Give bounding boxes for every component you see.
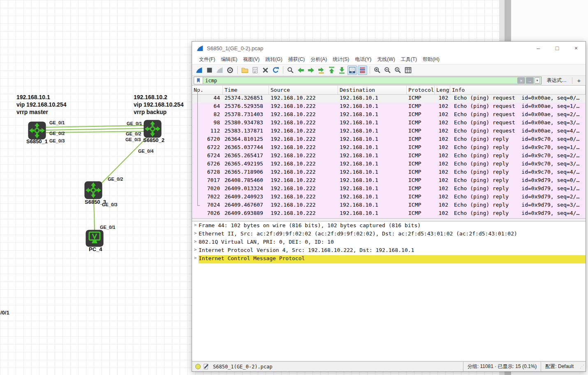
column-header-time[interactable]: Time: [223, 86, 269, 94]
colorize-button[interactable]: [358, 65, 367, 75]
auto-scroll-button[interactable]: [347, 65, 357, 75]
filter-input[interactable]: [203, 78, 517, 84]
save-file-button[interactable]: [250, 65, 260, 75]
filter-dropdown-button[interactable]: ▾: [535, 77, 540, 84]
device-s6850-3[interactable]: [84, 181, 102, 199]
menu-item-4[interactable]: 捕获(C): [285, 55, 308, 64]
expert-info-icon[interactable]: [195, 364, 201, 369]
column-header-protocol[interactable]: Protocol: [407, 86, 435, 94]
detail-row-2[interactable]: >802.1Q Virtual LAN, PRI: 0, DEI: 0, ID:…: [192, 239, 586, 247]
stop-capture-button[interactable]: [205, 65, 214, 75]
device-pc-4[interactable]: [86, 230, 104, 247]
packet-row-64[interactable]: 6425376.529358192.168.10.222192.168.10.1…: [192, 103, 586, 111]
pane-splitter[interactable]: [192, 218, 586, 221]
column-header-source[interactable]: Source: [269, 86, 338, 94]
resize-columns-button[interactable]: [403, 65, 413, 75]
go-to-bottom-button[interactable]: [337, 65, 347, 75]
packet-row-82[interactable]: 8225378.731403192.168.10.222192.168.10.1…: [192, 111, 586, 119]
capture-options-button[interactable]: [225, 65, 235, 75]
statusbar-profile[interactable]: 配置: Default: [541, 362, 578, 371]
zoom-out-button[interactable]: [383, 65, 392, 75]
go-to-packet-button[interactable]: [317, 65, 326, 75]
packet-row-98[interactable]: 9825380.934783192.168.10.222192.168.10.1…: [192, 119, 586, 128]
column-header-destination[interactable]: Destination: [338, 86, 407, 94]
cell-dst: 192.168.10.1: [338, 210, 407, 218]
filter-apply-button[interactable]: →: [526, 77, 534, 84]
menu-item-8[interactable]: 无线(W): [374, 55, 398, 64]
detail-text: 802.1Q Virtual LAN, PRI: 0, DEI: 0, ID: …: [199, 239, 586, 247]
filter-bookmark-button[interactable]: [194, 77, 203, 84]
find-packet-button[interactable]: [286, 65, 295, 75]
column-header-no[interactable]: No.: [192, 86, 223, 94]
packet-detail-pane: >Frame 44: 102 bytes on wire (816 bits),…: [192, 221, 586, 361]
resize-grip[interactable]: ⋰: [578, 364, 586, 369]
go-forward-button[interactable]: [306, 65, 316, 75]
switch-icon: [28, 121, 46, 140]
detail-row-1[interactable]: >Ethernet II, Src: ac:2f:d9:9f:02:02 (ac…: [192, 231, 586, 239]
column-header-info[interactable]: Info: [450, 86, 586, 94]
cell-proto: ICMP: [407, 119, 435, 128]
packet-row-6728[interactable]: 672826365.718906192.168.10.222192.168.10…: [192, 169, 586, 177]
detail-row-0[interactable]: >Frame 44: 102 bytes on wire (816 bits),…: [192, 222, 586, 231]
cell-proto: ICMP: [407, 185, 435, 193]
title-bar[interactable]: S6850_1(GE_0-2).pcap – □ ×: [192, 42, 586, 55]
zoom-in-button[interactable]: [373, 65, 382, 75]
menu-item-5[interactable]: 分析(A): [308, 55, 330, 64]
packet-row-112[interactable]: 11225383.137871192.168.10.222192.168.10.…: [192, 128, 586, 136]
filter-clear-button[interactable]: ×: [517, 77, 525, 84]
cell-dst: 192.168.10.1: [338, 177, 407, 185]
cell-dst: 192.168.10.1: [338, 111, 407, 119]
cell-proto: ICMP: [407, 177, 435, 185]
packet-row-6726[interactable]: 672626365.492195192.168.10.222192.168.10…: [192, 161, 586, 169]
detail-row-3[interactable]: >Internet Protocol Version 4, Src: 192.1…: [192, 247, 586, 255]
packet-list-header[interactable]: No. Time Source Destination Protocol Len…: [192, 86, 586, 95]
packet-row-7022[interactable]: 702226409.240923192.168.10.222192.168.10…: [192, 193, 586, 202]
capture-comment-icon[interactable]: [203, 363, 209, 370]
cell-no: 44: [192, 95, 223, 103]
expression-button[interactable]: 表达式…: [543, 77, 570, 84]
minimize-button[interactable]: –: [529, 42, 548, 55]
port-label: GE_0/3: [102, 202, 117, 207]
packet-row-6722[interactable]: 672226365.037744192.168.10.222192.168.10…: [192, 144, 586, 152]
packet-row-6724[interactable]: 672426365.265417192.168.10.222192.168.10…: [192, 152, 586, 161]
open-file-button[interactable]: [240, 65, 250, 75]
packet-row-7024[interactable]: 702426409.467607192.168.10.222192.168.10…: [192, 202, 586, 210]
reload-file-button[interactable]: [271, 65, 280, 75]
menu-item-3[interactable]: 跳转(G): [262, 55, 285, 64]
expander-chevron-icon[interactable]: >: [192, 239, 199, 247]
menu-item-2[interactable]: 视图(V): [240, 55, 262, 64]
expander-chevron-icon[interactable]: >: [192, 231, 199, 239]
detail-row-4[interactable]: >Internet Control Message Protocol: [192, 255, 586, 263]
display-filter-field[interactable]: × → ▾: [194, 77, 542, 84]
packet-row-7026[interactable]: 702626409.693889192.168.10.222192.168.10…: [192, 210, 586, 218]
packet-row-6720[interactable]: 672026364.810125192.168.10.222192.168.10…: [192, 136, 586, 144]
go-back-button[interactable]: [296, 65, 306, 75]
cell-len: 102: [435, 103, 450, 111]
go-to-top-button[interactable]: [327, 65, 336, 75]
expander-chevron-icon[interactable]: >: [192, 247, 199, 255]
menu-item-9[interactable]: 工具(T): [398, 55, 420, 64]
restart-capture-button[interactable]: [215, 65, 225, 75]
expander-chevron-icon[interactable]: >: [192, 255, 199, 263]
menu-item-1[interactable]: 编辑(E): [218, 55, 240, 64]
start-capture-button[interactable]: [194, 65, 204, 75]
packet-row-7017[interactable]: 701726408.785460192.168.10.222192.168.10…: [192, 177, 586, 185]
cell-len: 102: [435, 202, 450, 210]
zoom-reset-button[interactable]: [393, 65, 403, 75]
close-file-button[interactable]: [261, 65, 270, 75]
device-s6850-1[interactable]: [28, 121, 46, 140]
menu-item-6[interactable]: 统计(S): [330, 55, 352, 64]
column-header-length[interactable]: Length: [435, 86, 450, 94]
menu-item-10[interactable]: 帮助(H): [420, 55, 442, 64]
expander-chevron-icon[interactable]: >: [192, 222, 199, 231]
menu-item-7[interactable]: 电话(Y): [352, 55, 374, 64]
close-button[interactable]: ×: [567, 42, 586, 55]
packet-row-44[interactable]: 4425374.326851192.168.10.222192.168.10.1…: [192, 95, 586, 103]
maximize-button[interactable]: □: [548, 42, 567, 55]
filter-add-button[interactable]: +: [574, 77, 584, 84]
cell-dst: 192.168.10.1: [338, 95, 407, 103]
device-s6850-2[interactable]: [144, 120, 162, 138]
packet-row-7020[interactable]: 702026409.013324192.168.10.222192.168.10…: [192, 185, 586, 193]
menu-item-0[interactable]: 文件(F): [196, 55, 218, 64]
cell-dst: 192.168.10.1: [338, 136, 407, 144]
